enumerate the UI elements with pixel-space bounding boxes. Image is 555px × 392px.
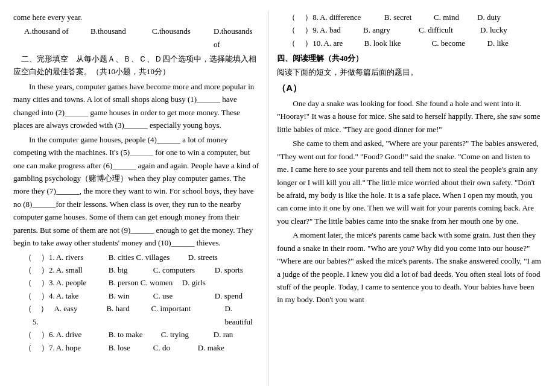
option-5: （ ）5. A. easy B. hard C. important D. be… xyxy=(24,302,259,328)
page: come here every year. A.thousand of B.th… xyxy=(0,0,555,392)
section2-title: 二、完形填空 从每小题Ａ、Ｂ、Ｃ、Ｄ四个选项中，选择能填入相应空白处的最佳答案。… xyxy=(13,53,259,78)
option-7: （ ）7. A. hope B. lose C. do D. make xyxy=(24,341,259,354)
option-1: （ ）1. A. rivers B. cities C. villages D.… xyxy=(24,251,259,264)
option-8: （ ）8. A. difference B. secret C. mind D.… xyxy=(288,11,542,24)
para-a3: A moment later, the mice's parents came … xyxy=(277,229,542,306)
part-a-label: （A） xyxy=(277,81,542,95)
right-column: （ ）8. A. difference B. secret C. mind D.… xyxy=(268,11,542,386)
option-6: （ ）6. A. drive B. to make C. trying D. r… xyxy=(24,328,259,341)
opt-d-thousands-of: D.thousands of xyxy=(214,25,259,51)
option-10: （ ）10. A. are B. look like C. become D. … xyxy=(288,37,542,49)
left-column: come here every year. A.thousand of B.th… xyxy=(13,11,268,386)
option-4: （ ）4. A. take B. win C. use D. spend xyxy=(24,289,259,302)
opt-a-thousand: A.thousand of xyxy=(24,25,89,51)
opt-b-thousand: B.thousand xyxy=(90,25,151,51)
option-2: （ ）2. A. small B. big C. computers D. sp… xyxy=(24,264,259,276)
options-list: （ ）1. A. rivers B. cities C. villages D.… xyxy=(13,251,259,355)
intro-line: come here every year. xyxy=(13,11,259,24)
para-a2: She came to them and asked, "Where are y… xyxy=(277,137,542,227)
section4-header: 四、阅读理解（共40分） xyxy=(277,52,542,65)
para1: In these years, computer games have beco… xyxy=(13,80,259,132)
section4-instruction: 阅读下面的短文，并做每篇后面的题目。 xyxy=(277,66,542,79)
option-3: （ ）3. A. people B. person C. women D. gi… xyxy=(24,276,259,289)
option-9: （ ）9. A. bad B. angry C. difficult D. lu… xyxy=(288,24,542,36)
para2: In the computer game houses, people (4)_… xyxy=(13,133,259,250)
opt-c-thousands: C.thousands xyxy=(152,25,212,51)
para-a1: One day a snake was looking for food. Sh… xyxy=(277,97,542,136)
right-options-list: （ ）8. A. difference B. secret C. mind D.… xyxy=(277,11,542,49)
thousand-options-row: A.thousand of B.thousand C.thousands D.t… xyxy=(24,25,259,51)
